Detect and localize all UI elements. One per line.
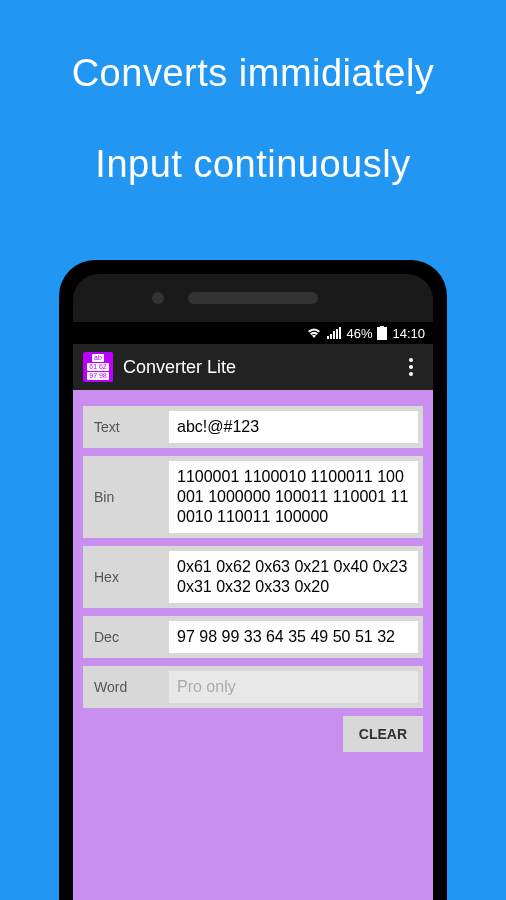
label-text: Text [88, 411, 164, 443]
input-bin[interactable]: 1100001 1100010 1100011 100001 1000000 1… [169, 461, 418, 533]
battery-percentage: 46% [346, 326, 372, 341]
input-hex[interactable]: 0x61 0x62 0x63 0x21 0x40 0x23 0x31 0x32 … [169, 551, 418, 603]
app-icon: ab 61 62 97 98 [83, 352, 113, 382]
label-hex: Hex [88, 551, 164, 603]
label-word: Word [88, 671, 164, 703]
app-title: Converter Lite [123, 357, 389, 378]
clock: 14:10 [392, 326, 425, 341]
status-bar: 46% 14:10 [73, 322, 433, 344]
promo-headline-1: Converts immidiately [0, 52, 506, 95]
converter-content: Text abc!@#123 Bin 1100001 1100010 11000… [73, 390, 433, 900]
battery-icon [377, 326, 387, 340]
wifi-icon [306, 327, 322, 339]
row-hex: Hex 0x61 0x62 0x63 0x21 0x40 0x23 0x31 0… [83, 546, 423, 608]
row-bin: Bin 1100001 1100010 1100011 100001 10000… [83, 456, 423, 538]
row-text: Text abc!@#123 [83, 406, 423, 448]
row-word: Word Pro only [83, 666, 423, 708]
overflow-menu-icon[interactable] [399, 358, 423, 376]
app-bar: ab 61 62 97 98 Converter Lite [73, 344, 433, 390]
phone-speaker [188, 292, 318, 304]
clear-button[interactable]: CLEAR [343, 716, 423, 752]
promo-headline-2: Input continuously [0, 143, 506, 186]
input-dec[interactable]: 97 98 99 33 64 35 49 50 51 32 [169, 621, 418, 653]
label-bin: Bin [88, 461, 164, 533]
phone-frame: 46% 14:10 ab 61 62 97 98 Converter Lite … [59, 260, 447, 900]
signal-icon [327, 327, 341, 339]
label-dec: Dec [88, 621, 164, 653]
input-text[interactable]: abc!@#123 [169, 411, 418, 443]
row-dec: Dec 97 98 99 33 64 35 49 50 51 32 [83, 616, 423, 658]
input-word: Pro only [169, 671, 418, 703]
